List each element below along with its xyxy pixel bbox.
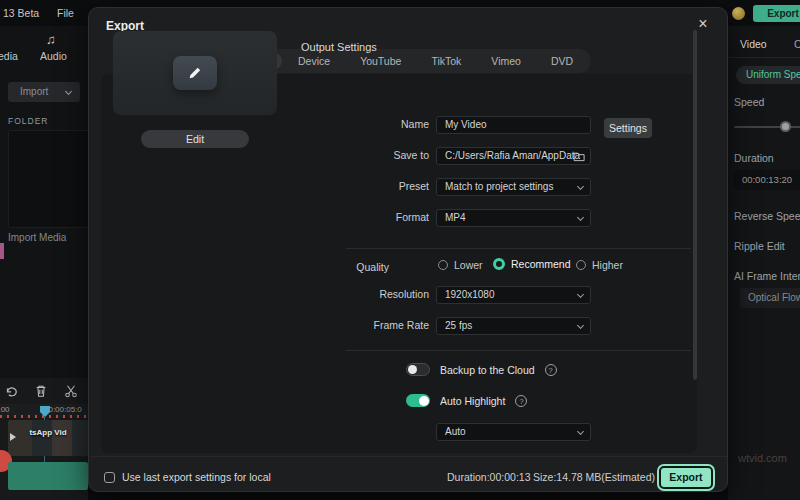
format-select[interactable]: MP4 bbox=[436, 209, 591, 227]
screen: 13 Beta File Export edia ♫ Audio Import … bbox=[0, 0, 800, 500]
output-settings-title: Output Settings bbox=[301, 41, 377, 53]
help-icon[interactable]: ? bbox=[515, 395, 527, 407]
video-clip[interactable]: tsApp Vid bbox=[8, 420, 88, 456]
frame-rate-value: 25 fps bbox=[445, 320, 472, 331]
speed-label: Speed bbox=[734, 96, 764, 108]
auto-highlight-label: Auto Highlight bbox=[440, 395, 505, 407]
app-version: 13 Beta bbox=[3, 7, 39, 19]
backup-cloud-row: Backup to the Cloud ? bbox=[406, 363, 557, 376]
footer-size: Size:14.78 MB(Estimated) bbox=[533, 471, 655, 483]
pencil-icon bbox=[187, 65, 203, 81]
help-icon[interactable]: ? bbox=[545, 364, 557, 376]
tab-video[interactable]: Video bbox=[740, 38, 767, 50]
quality-radio-higher[interactable]: Higher bbox=[576, 259, 623, 271]
folder-tree-area[interactable] bbox=[8, 130, 92, 228]
import-button[interactable]: Import bbox=[8, 82, 80, 102]
auto-highlight-toggle[interactable] bbox=[406, 394, 430, 407]
use-last-settings-label: Use last export settings for local bbox=[122, 471, 271, 483]
undo-icon[interactable] bbox=[4, 384, 18, 398]
preset-select[interactable]: Match to project settings bbox=[436, 178, 591, 196]
uniform-speed-button[interactable]: Uniform Speed bbox=[736, 66, 800, 84]
export-destination-tabs: Local Device YouTube TikTok Vimeo DVD bbox=[225, 49, 591, 73]
scissors-icon[interactable] bbox=[64, 384, 78, 398]
tab-dvd[interactable]: DVD bbox=[537, 52, 587, 70]
preset-label: Preset bbox=[339, 180, 429, 192]
speed-slider-knob[interactable] bbox=[780, 121, 791, 132]
use-last-settings-checkbox[interactable] bbox=[104, 472, 115, 483]
folder-icon[interactable] bbox=[573, 151, 585, 162]
optical-flow-select[interactable]: Optical Flow bbox=[740, 288, 800, 308]
radio-selected-icon bbox=[493, 258, 505, 270]
settings-button[interactable]: Settings bbox=[604, 118, 652, 138]
account-avatar-icon[interactable] bbox=[732, 7, 745, 20]
trash-icon[interactable] bbox=[34, 384, 48, 398]
dialog-scrollbar[interactable] bbox=[693, 30, 697, 380]
reverse-speed-label: Reverse Speed bbox=[734, 210, 800, 222]
export-dialog: Export × Local Device YouTube TikTok Vim… bbox=[88, 7, 728, 492]
audio-track-clip[interactable] bbox=[8, 462, 88, 490]
menu-file[interactable]: File bbox=[57, 7, 74, 19]
chevron-down-icon bbox=[577, 214, 584, 221]
import-button-label: Import bbox=[20, 86, 48, 97]
clip-caption: tsApp Vid bbox=[8, 428, 88, 437]
resolution-label: Resolution bbox=[339, 288, 429, 300]
audio-note-icon: ♫ bbox=[46, 32, 56, 47]
import-media-link[interactable]: Import Media bbox=[8, 232, 66, 243]
backup-cloud-label: Backup to the Cloud bbox=[440, 364, 535, 376]
chevron-down-icon bbox=[577, 428, 584, 435]
folder-section-label: FOLDER bbox=[8, 116, 48, 126]
tab-device[interactable]: Device bbox=[284, 52, 344, 70]
video-thumbnail-placeholder[interactable] bbox=[113, 31, 277, 115]
duration-label: Duration bbox=[734, 152, 774, 164]
timeline-panel: 0:00 00:00:05:0 tsApp Vid bbox=[0, 378, 88, 500]
frame-rate-label: Frame Rate bbox=[339, 319, 429, 331]
properties-header: Video C bbox=[728, 26, 800, 58]
media-panel: edia ♫ Audio Import FOLDER Import Media bbox=[0, 26, 88, 378]
duration-value[interactable]: 00:00:13:20 bbox=[734, 170, 800, 190]
chevron-down-icon bbox=[577, 291, 584, 298]
app-export-button[interactable]: Export bbox=[753, 5, 800, 22]
radio-label-higher: Higher bbox=[592, 259, 623, 271]
chevron-down-icon bbox=[65, 88, 72, 95]
export-button[interactable]: Export bbox=[659, 466, 713, 489]
quality-radio-lower[interactable]: Lower bbox=[438, 259, 483, 271]
quality-label: Quality bbox=[299, 261, 389, 273]
radio-icon bbox=[576, 260, 586, 270]
name-input[interactable]: My Video bbox=[436, 116, 591, 134]
ripple-edit-label: Ripple Edit bbox=[734, 240, 785, 252]
save-to-label: Save to bbox=[339, 149, 429, 161]
quality-radio-recommend[interactable]: Recommend bbox=[493, 258, 571, 270]
auto-value: Auto bbox=[445, 426, 466, 437]
frame-rate-select[interactable]: 25 fps bbox=[436, 317, 591, 335]
tab-media[interactable]: edia bbox=[0, 50, 18, 62]
resolution-value: 1920x1080 bbox=[445, 289, 495, 300]
save-to-input[interactable]: C:/Users/Rafia Aman/AppData bbox=[436, 147, 591, 165]
auto-highlight-mode-select[interactable]: Auto bbox=[436, 423, 591, 441]
name-label: Name bbox=[339, 118, 429, 130]
radio-label-recommend: Recommend bbox=[511, 258, 571, 270]
properties-panel: Video C Uniform Speed Speed Duration 00:… bbox=[728, 26, 800, 500]
divider bbox=[90, 456, 727, 457]
format-label: Format bbox=[339, 211, 429, 223]
ruler-time-start: 0:00 bbox=[0, 405, 10, 414]
tab-second[interactable]: C bbox=[794, 38, 800, 50]
radio-label-lower: Lower bbox=[454, 259, 483, 271]
chevron-down-icon bbox=[577, 322, 584, 329]
auto-highlight-row: Auto Highlight ? bbox=[406, 394, 527, 407]
watermark-text: wtvid.com bbox=[738, 452, 787, 464]
ai-frame-interpolation-label: AI Frame Interpo bbox=[734, 270, 800, 282]
tab-vimeo[interactable]: Vimeo bbox=[477, 52, 535, 70]
tab-tiktok[interactable]: TikTok bbox=[417, 52, 475, 70]
resolution-select[interactable]: 1920x1080 bbox=[436, 286, 591, 304]
thumbnail-edit-square[interactable] bbox=[173, 56, 217, 90]
chevron-down-icon bbox=[577, 183, 584, 190]
tab-audio[interactable]: Audio bbox=[40, 50, 67, 62]
radio-icon bbox=[438, 260, 448, 270]
edit-button[interactable]: Edit bbox=[141, 130, 249, 148]
clip-color-label bbox=[0, 243, 4, 259]
tab-youtube[interactable]: YouTube bbox=[346, 52, 415, 70]
preset-value: Match to project settings bbox=[445, 181, 553, 192]
footer-duration: Duration:00:00:13 bbox=[447, 471, 530, 483]
format-value: MP4 bbox=[445, 212, 466, 223]
backup-cloud-toggle[interactable] bbox=[406, 363, 430, 376]
